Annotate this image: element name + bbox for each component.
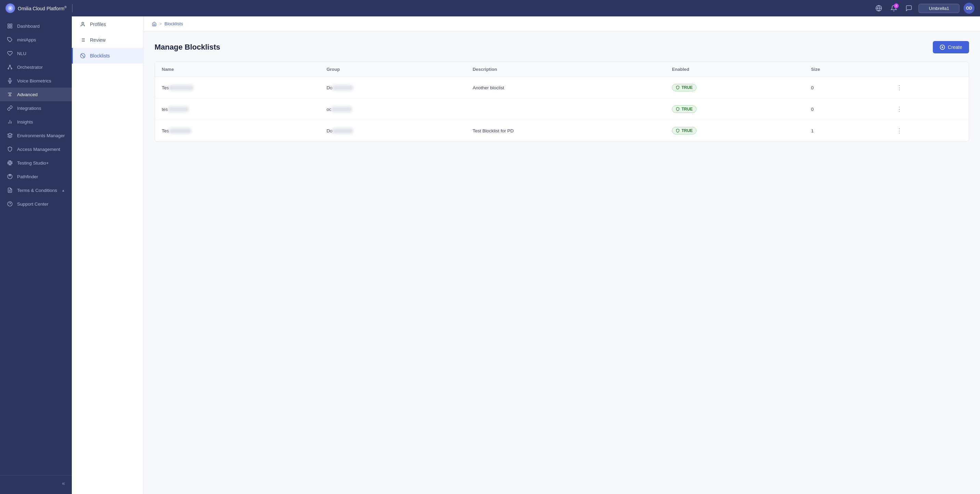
row3-description: Test Blocklist for PD [466,120,665,142]
row1-group: Doxxxx [320,77,466,99]
sub-sidebar-item-blocklists[interactable]: Blocklists [72,48,143,64]
row1-menu-button[interactable]: ⋮ [894,83,905,93]
page-header: Manage Blocklists Create [154,41,969,53]
profiles-icon [80,21,86,27]
sidebar-item-pathfinder[interactable]: Pathfinder [0,170,72,183]
svg-rect-6 [10,26,12,28]
support-center-icon [7,201,13,207]
row3-enabled-badge: TRUE [672,127,697,134]
row2-name: tesxxxxx [155,99,320,120]
collapse-btn[interactable]: « [60,479,66,488]
table-row: Tesxxxxxxx xx Doxxxx Test Blocklist for … [155,120,969,142]
main-layout: Dashboard miniApps NLU [0,16,980,494]
insights-icon [7,119,13,125]
notification-badge: 2 [894,3,899,8]
sidebar-item-access-management[interactable]: Access Management [0,142,72,156]
row1-enabled-badge: TRUE [672,84,697,91]
sidebar-item-testing-studio[interactable]: Testing Studio+ [0,156,72,170]
sidebar-label-environments-manager: Environments Manager [17,133,65,138]
breadcrumb-home[interactable] [152,22,157,26]
sub-sidebar-item-profiles[interactable]: Profiles [72,16,143,32]
table-row: tesxxxxx ocxxxx [155,99,969,120]
row2-menu-button[interactable]: ⋮ [894,104,905,114]
sidebar-label-dashboard: Dashboard [17,24,65,29]
svg-rect-4 [10,24,12,25]
sidebar-label-support-center: Support Center [17,201,65,207]
row1-size: 0 [804,77,887,99]
notification-btn[interactable]: 2 [888,3,899,14]
sidebar-item-voice-biometrics[interactable]: Voice Biometrics [0,74,72,88]
sidebar-label-integrations: Integrations [17,106,65,111]
integrations-icon [7,105,13,111]
user-selector[interactable]: Umbrella1 [918,4,959,13]
row3-menu-button[interactable]: ⋮ [894,126,905,136]
app-name: Omilia Cloud Platform® [18,5,67,11]
sidebar-item-dashboard[interactable]: Dashboard [0,19,72,33]
orchestrator-icon [7,64,13,70]
environments-icon [7,132,13,139]
top-header: Omilia Cloud Platform® 2 Umbrella1 OD [0,0,980,16]
table-body: Tesxxxxxxx xxx Doxxxx Another bloclist [155,77,969,142]
sidebar-item-support-center[interactable]: Support Center [0,197,72,211]
sidebar-item-orchestrator[interactable]: Orchestrator [0,60,72,74]
blocklists-icon [80,53,86,59]
row2-enabled: TRUE [665,99,804,120]
row2-enabled-badge: TRUE [672,105,697,113]
sidebar-label-insights: Insights [17,120,65,124]
sidebar-item-terms-conditions[interactable]: Terms & Conditions ▲ [0,183,72,197]
sidebar-label-voice-biometrics: Voice Biometrics [17,78,65,83]
user-avatar[interactable]: OD [964,3,975,14]
svg-line-11 [8,66,10,69]
table-row: Tesxxxxxxx xxx Doxxxx Another bloclist [155,77,969,99]
svg-rect-5 [8,26,10,28]
row3-name: Tesxxxxxxx xx [155,120,320,142]
testing-studio-icon [7,160,13,166]
sidebar-label-testing-studio: Testing Studio+ [17,161,65,166]
sidebar-label-miniapps: miniApps [17,37,65,42]
col-enabled: Enabled [665,62,804,77]
terms-conditions-arrow: ▲ [62,188,65,192]
sidebar-item-miniapps[interactable]: miniApps [0,33,72,46]
nlu-icon [7,50,13,56]
row1-enabled: TRUE [665,77,804,99]
col-group: Group [320,62,466,77]
col-size: Size [804,62,887,77]
sidebar-label-terms-conditions: Terms & Conditions [17,188,57,193]
row2-description [466,99,665,120]
terms-conditions-icon [7,187,13,193]
access-management-icon [7,146,13,152]
sidebar-label-nlu: NLU [17,51,65,56]
blocklists-label: Blocklists [90,53,110,59]
blocklists-table-container: Name Group Description Enabled Size Tesx… [154,62,969,142]
sidebar-item-environments-manager[interactable]: Environments Manager [0,129,72,142]
voice-biometrics-icon [7,78,13,84]
col-description: Description [466,62,665,77]
sidebar-item-nlu[interactable]: NLU [0,46,72,60]
header-right: 2 Umbrella1 OD [873,3,975,14]
sidebar-item-advanced[interactable]: Advanced [0,88,72,101]
row1-actions: ⋮ [887,77,969,99]
sidebar: Dashboard miniApps NLU [0,16,72,494]
table-header: Name Group Description Enabled Size [155,62,969,77]
row3-enabled: TRUE [665,120,804,142]
sub-sidebar-item-review[interactable]: Review [72,32,143,48]
messages-btn[interactable] [904,3,914,14]
row1-name: Tesxxxxxxx xxx [155,77,320,99]
review-label: Review [90,37,106,43]
create-button[interactable]: Create [933,41,969,53]
globe-icon-btn[interactable] [873,3,884,14]
svg-point-8 [10,65,11,66]
row3-size: 1 [804,120,887,142]
svg-point-29 [82,22,83,24]
sidebar-label-orchestrator: Orchestrator [17,65,65,70]
page-title: Manage Blocklists [154,43,220,52]
sidebar-label-advanced: Advanced [17,92,65,97]
sidebar-item-integrations[interactable]: Integrations [0,101,72,115]
row2-size: 0 [804,99,887,120]
svg-point-9 [8,68,9,69]
sub-sidebar: Profiles Review Blocklists [72,16,144,494]
col-name: Name [155,62,320,77]
sidebar-item-insights[interactable]: Insights [0,115,72,129]
app-logo [5,3,15,13]
dashboard-icon [7,23,13,29]
